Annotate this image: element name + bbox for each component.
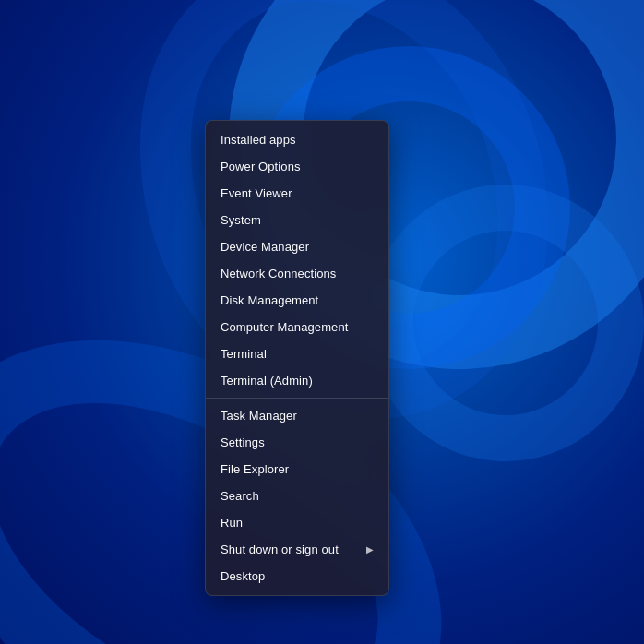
menu-item-label-network-connections: Network Connections [221,267,336,280]
menu-item-disk-management[interactable]: Disk Management [206,287,388,314]
menu-item-label-settings: Settings [221,435,265,449]
menu-item-label-file-explorer: File Explorer [221,462,289,476]
menu-item-run[interactable]: Run [206,509,388,536]
menu-item-device-manager[interactable]: Device Manager [206,233,388,260]
menu-item-label-terminal-admin: Terminal (Admin) [221,374,313,388]
menu-item-shut-down-sign-out[interactable]: Shut down or sign out▶ [206,536,388,563]
menu-item-label-computer-management: Computer Management [221,320,348,334]
context-menu: Installed appsPower OptionsEvent ViewerS… [205,120,389,596]
menu-item-label-search: Search [221,489,259,503]
menu-item-computer-management[interactable]: Computer Management [206,314,388,340]
menu-separator [206,398,388,399]
menu-item-file-explorer[interactable]: File Explorer [206,456,388,483]
menu-item-label-power-options: Power Options [221,160,301,173]
menu-item-event-viewer[interactable]: Event Viewer [206,180,388,207]
menu-item-search[interactable]: Search [206,483,388,509]
menu-item-terminal-admin[interactable]: Terminal (Admin) [206,367,388,394]
menu-item-label-terminal: Terminal [221,347,267,361]
submenu-arrow-icon: ▶ [366,544,374,555]
menu-item-label-disk-management: Disk Management [221,293,318,307]
menu-item-label-installed-apps: Installed apps [221,133,296,147]
menu-item-label-task-manager: Task Manager [221,409,297,423]
menu-item-label-event-viewer: Event Viewer [221,186,292,200]
menu-item-label-desktop: Desktop [221,569,265,583]
menu-item-settings[interactable]: Settings [206,429,388,456]
menu-item-task-manager[interactable]: Task Manager [206,402,388,429]
menu-item-terminal[interactable]: Terminal [206,340,388,367]
menu-item-label-device-manager: Device Manager [221,240,309,254]
menu-item-label-system: System [221,213,261,227]
menu-item-label-run: Run [221,516,243,530]
menu-item-power-options[interactable]: Power Options [206,153,388,180]
menu-item-installed-apps[interactable]: Installed apps [206,126,388,153]
menu-item-label-shut-down-sign-out: Shut down or sign out [221,543,339,556]
menu-item-network-connections[interactable]: Network Connections [206,260,388,287]
menu-item-system[interactable]: System [206,207,388,233]
menu-item-desktop[interactable]: Desktop [206,563,388,590]
